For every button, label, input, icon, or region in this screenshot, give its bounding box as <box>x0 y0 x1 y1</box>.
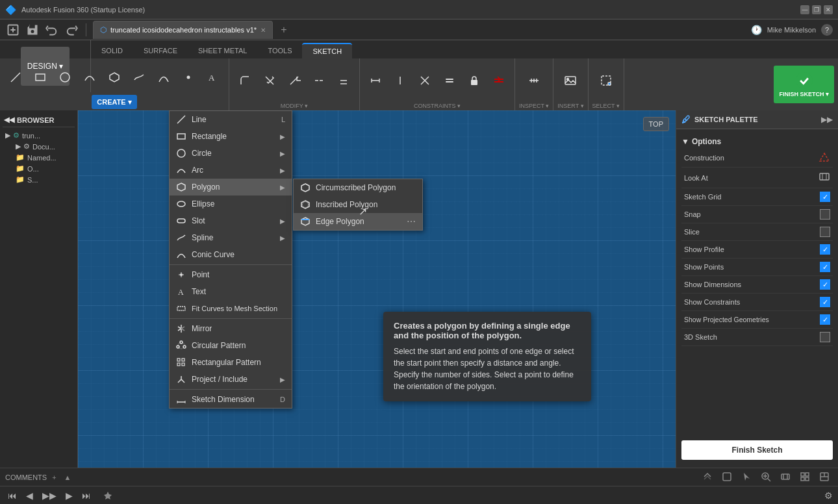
offset-tool[interactable] <box>332 69 355 92</box>
new-button[interactable] <box>5 22 21 38</box>
menu-sketch-dimension[interactable]: Sketch Dimension D <box>170 391 292 408</box>
restore-button[interactable]: ❐ <box>812 5 821 14</box>
submenu-circumscribed[interactable]: Circumscribed Polygon <box>294 179 422 196</box>
insert-image-tool[interactable] <box>559 69 582 92</box>
browser-item-3[interactable]: 📁 Named... <box>13 152 75 163</box>
parallel-constraint[interactable] <box>438 69 461 92</box>
tab-surface[interactable]: SURFACE <box>133 43 188 58</box>
tab-solid[interactable]: SOLID <box>91 43 133 58</box>
redo-button[interactable] <box>64 22 79 38</box>
extend-tool[interactable] <box>283 69 306 92</box>
zoom-icon[interactable] <box>757 470 774 485</box>
menu-mirror[interactable]: Mirror <box>170 320 292 337</box>
play-first-button[interactable]: ⏮ <box>5 489 19 502</box>
insert-label: INSERT ▾ <box>557 103 583 109</box>
view-icon[interactable] <box>777 470 794 485</box>
menu-polygon[interactable]: Polygon ▶ <box>170 179 292 195</box>
arc-tool[interactable] <box>78 66 101 89</box>
show-constraints-checkbox[interactable] <box>820 297 830 307</box>
show-projected-checkbox[interactable] <box>820 314 830 325</box>
select-tool[interactable] <box>594 69 618 92</box>
undo-button[interactable] <box>44 22 60 38</box>
menu-text[interactable]: AText <box>170 283 292 300</box>
browser-item-2[interactable]: ▶ ⚙ Docu... <box>13 141 75 152</box>
finish-sketch-palette-button[interactable]: Finish Sketch <box>681 440 833 460</box>
show-profile-checkbox[interactable] <box>820 244 830 255</box>
menu-point[interactable]: Point <box>170 266 292 283</box>
menu-ellipse[interactable]: Ellipse <box>170 195 292 212</box>
menu-spline[interactable]: Spline ▶ <box>170 229 292 246</box>
play-next-button[interactable]: ▶ <box>63 489 75 502</box>
equal-constraint[interactable] <box>487 69 511 92</box>
menu-fit-curves[interactable]: Fit Curves to Mesh Section <box>170 300 292 317</box>
text-tool[interactable]: A <box>201 66 225 89</box>
horizontal-constraint[interactable] <box>364 69 387 92</box>
browser-item-1[interactable]: ▶ ⚙ trun... <box>3 130 75 141</box>
play-prev-button[interactable]: ◀ <box>23 489 36 502</box>
finish-sketch-ribbon-button[interactable]: FINISH SKETCH ▾ <box>774 66 834 103</box>
show-points-checkbox[interactable] <box>820 262 830 272</box>
nav-icon-2[interactable] <box>718 470 735 485</box>
snap-checkbox[interactable] <box>820 209 830 220</box>
vertical-constraint[interactable] <box>388 69 412 92</box>
expand-comments-button[interactable]: ▲ <box>62 472 74 483</box>
tab-sketch[interactable]: SKETCH <box>302 43 352 58</box>
grid-icon[interactable] <box>796 470 813 485</box>
tab-tools[interactable]: TOOLS <box>257 43 302 58</box>
play-last-button[interactable]: ⏭ <box>79 489 94 502</box>
menu-circular-pattern[interactable]: Circular Pattern <box>170 337 292 354</box>
browser-collapse-icon[interactable]: ◀◀ <box>4 116 14 124</box>
circle-tool[interactable] <box>53 66 77 89</box>
layout-icon[interactable] <box>816 470 833 485</box>
submenu-edge-polygon[interactable]: Edge Polygon ⋯ <box>294 213 422 230</box>
polygon-tool[interactable] <box>103 66 126 89</box>
help-icon[interactable]: ? <box>821 24 833 36</box>
save-button[interactable] <box>25 22 40 38</box>
svg-line-1 <box>11 73 20 82</box>
menu-slot[interactable]: Slot ▶ <box>170 212 292 229</box>
lock-constraint[interactable] <box>463 69 486 92</box>
menu-arc[interactable]: Arc ▶ <box>170 162 292 179</box>
perpendicular-constraint[interactable] <box>413 69 437 92</box>
settings-button[interactable]: ⚙ <box>824 490 833 501</box>
create-menu-button[interactable]: CREATE ▾ <box>92 95 136 109</box>
rectangle-tool[interactable] <box>29 66 52 89</box>
comments-add-button[interactable]: + <box>49 472 58 483</box>
close-button[interactable]: ✕ <box>824 5 833 14</box>
look-at-icon[interactable] <box>819 171 830 184</box>
break-tool[interactable] <box>307 69 331 92</box>
minimize-button[interactable]: — <box>800 5 809 14</box>
menu-conic[interactable]: Conic Curve <box>170 246 292 263</box>
3d-sketch-checkbox[interactable] <box>820 332 830 342</box>
measure-tool[interactable] <box>522 69 546 92</box>
new-tab-button[interactable]: + <box>277 23 291 37</box>
submenu-inscribed[interactable]: Inscribed Polygon <box>294 196 422 213</box>
canvas[interactable]: 2.00 1.5 0.5 TOP Line L Rectangle ▶ Circ… <box>78 110 676 468</box>
conic-tool[interactable] <box>152 66 175 89</box>
history-icon[interactable]: 🕐 <box>751 25 762 35</box>
menu-rectangle[interactable]: Rectangle ▶ <box>170 128 292 145</box>
menu-rectangular-pattern[interactable]: Rectangular Pattern <box>170 354 292 371</box>
trim-tool[interactable] <box>258 69 281 92</box>
menu-project-include[interactable]: Project / Include ▶ <box>170 371 292 388</box>
cursor-icon[interactable] <box>738 470 755 485</box>
palette-collapse-icon[interactable]: ▶▶ <box>821 115 833 124</box>
nav-icon-1[interactable] <box>699 470 716 485</box>
menu-circle[interactable]: Circle ▶ <box>170 145 292 162</box>
edge-polygon-more[interactable]: ⋯ <box>407 216 416 227</box>
play-fast-forward-button[interactable]: ▶▶ <box>40 489 59 502</box>
palette-section-header[interactable]: ▼ Options <box>681 134 833 149</box>
line-tool[interactable] <box>4 66 27 89</box>
active-tab[interactable]: ⬡ truncated icosidodecahedron instructab… <box>93 21 273 39</box>
tab-close-button[interactable]: ✕ <box>260 27 266 34</box>
menu-line[interactable]: Line L <box>170 111 292 128</box>
browser-item-4[interactable]: 📁 O... <box>13 163 75 174</box>
fillet-tool[interactable] <box>233 69 257 92</box>
slice-checkbox[interactable] <box>820 227 830 237</box>
tab-sheet-metal[interactable]: SHEET METAL <box>188 43 257 58</box>
show-dimensions-checkbox[interactable] <box>820 279 830 290</box>
point-tool[interactable] <box>177 66 200 89</box>
browser-item-5[interactable]: 📁 S... <box>13 174 75 185</box>
spline-tool[interactable] <box>127 66 151 89</box>
sketch-grid-checkbox[interactable] <box>820 192 830 202</box>
